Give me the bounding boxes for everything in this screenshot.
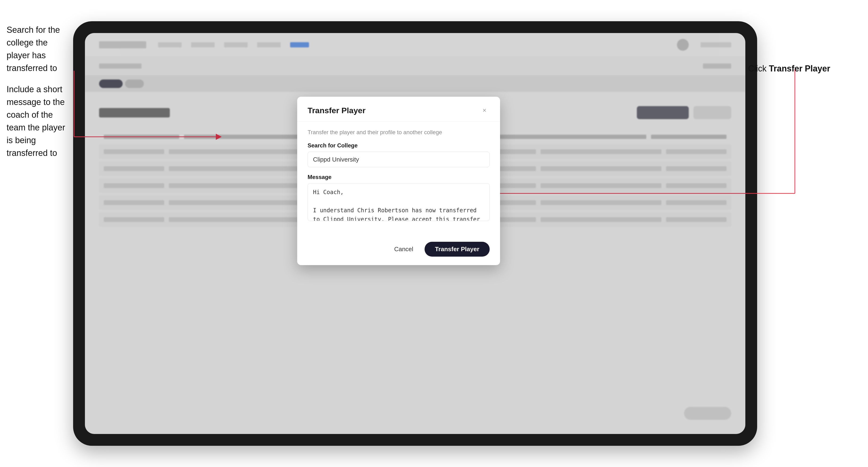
modal-close-button[interactable]: × — [479, 105, 490, 116]
modal-title: Transfer Player — [308, 106, 366, 115]
message-label: Message — [308, 174, 490, 181]
annotation-left-line1: Search for the college the player has tr… — [7, 24, 73, 74]
college-search-label: Search for College — [308, 142, 490, 149]
tablet-screen: Transfer Player × Transfer the player an… — [85, 33, 745, 434]
cancel-button[interactable]: Cancel — [389, 242, 419, 256]
annotation-left: Search for the college the player has tr… — [7, 24, 73, 168]
transfer-player-modal: Transfer Player × Transfer the player an… — [297, 97, 500, 265]
college-search-group: Search for College — [308, 142, 490, 167]
annotation-right-bold: Transfer Player — [769, 64, 830, 73]
annotation-right: Click Transfer Player — [748, 64, 830, 73]
annotation-right-text: Click — [748, 64, 769, 73]
tablet-frame: Transfer Player × Transfer the player an… — [73, 21, 757, 446]
modal-overlay: Transfer Player × Transfer the player an… — [85, 33, 745, 434]
modal-header: Transfer Player × — [297, 97, 500, 121]
transfer-player-button[interactable]: Transfer Player — [425, 242, 490, 257]
modal-footer: Cancel Transfer Player — [297, 236, 500, 265]
message-group: Message Hi Coach, I understand Chris Rob… — [308, 174, 490, 222]
message-textarea[interactable]: Hi Coach, I understand Chris Robertson h… — [308, 183, 490, 221]
modal-body: Transfer the player and their profile to… — [297, 121, 500, 236]
modal-subtitle: Transfer the player and their profile to… — [308, 129, 490, 135]
annotation-left-line2: Include a short message to the coach of … — [7, 83, 73, 159]
college-search-input[interactable] — [308, 152, 490, 167]
